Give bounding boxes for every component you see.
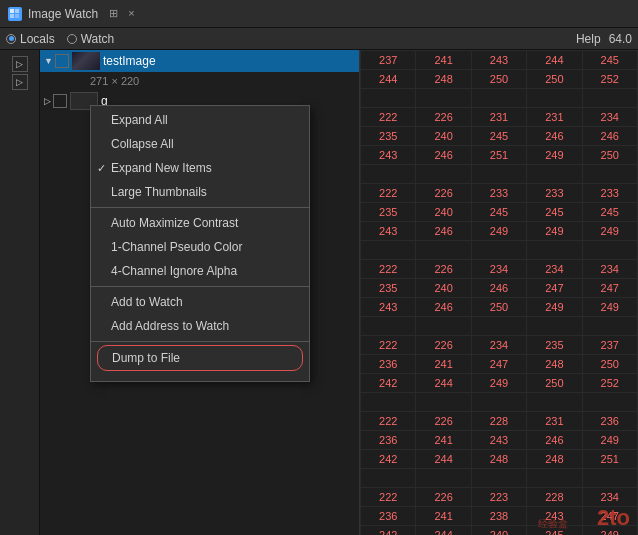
locals-tab[interactable]: Locals (6, 32, 55, 46)
grid-cell: 242 (361, 526, 416, 536)
grid-cell: 222 (361, 260, 416, 279)
grid-cell: 233 (471, 184, 526, 203)
watch-label: Watch (81, 32, 115, 46)
grid-cell: 245 (471, 203, 526, 222)
main-area: ▷ ▷ ▼ testImage 271 × 220 ▷ g Expand All (0, 50, 638, 535)
grid-cell (471, 241, 526, 260)
image-list-panel: ▼ testImage 271 × 220 ▷ g Expand All Col… (40, 50, 360, 535)
grid-cell (361, 165, 416, 184)
grid-cell: 252 (582, 70, 637, 89)
grid-cell: 236 (361, 507, 416, 526)
title-actions: ⊞ × (106, 6, 137, 21)
grid-cell: 234 (582, 108, 637, 127)
pixel-table: 2372412432442452442482502502522222262312… (360, 50, 638, 535)
grid-cell: 243 (471, 431, 526, 450)
menu-auto-maximize[interactable]: Auto Maximize Contrast (91, 211, 309, 235)
checkbox-testimage[interactable] (55, 54, 69, 68)
grid-cell: 245 (582, 51, 637, 70)
watch-radio[interactable] (67, 34, 77, 44)
context-menu: Expand All Collapse All Expand New Items… (90, 105, 310, 382)
grid-cell: 250 (582, 146, 637, 165)
grid-cell: 249 (527, 222, 582, 241)
grid-cell (527, 469, 582, 488)
menu-expand-new-items[interactable]: Expand New Items (91, 156, 309, 180)
grid-cell: 236 (361, 355, 416, 374)
menu-add-to-watch[interactable]: Add to Watch (91, 290, 309, 314)
title-bar: Image Watch ⊞ × (0, 0, 638, 28)
grid-cell (361, 317, 416, 336)
watermark: 2to (597, 505, 630, 531)
grid-cell: 245 (471, 127, 526, 146)
grid-cell: 234 (527, 260, 582, 279)
menu-dump-to-file[interactable]: Dump to File (97, 345, 303, 371)
grid-cell: 243 (361, 298, 416, 317)
grid-cell: 246 (471, 279, 526, 298)
thumb-testimage (72, 52, 100, 70)
grid-cell: 244 (361, 70, 416, 89)
grid-cell: 244 (416, 526, 471, 536)
grid-cell: 226 (416, 412, 471, 431)
grid-cell: 234 (471, 336, 526, 355)
locals-radio[interactable] (6, 34, 16, 44)
expand-arrow-testimage: ▼ (44, 56, 53, 66)
grid-cell: 241 (416, 431, 471, 450)
grid-cell: 246 (582, 127, 637, 146)
grid-cell: 234 (582, 260, 637, 279)
grid-cell (527, 241, 582, 260)
grid-cell (582, 165, 637, 184)
left-panel: ▷ ▷ (0, 50, 40, 535)
grid-cell: 248 (527, 450, 582, 469)
grid-cell (582, 469, 637, 488)
grid-cell: 226 (416, 184, 471, 203)
pin-button[interactable]: ⊞ (106, 6, 121, 21)
expand-arrow-g: ▷ (44, 96, 51, 106)
grid-cell: 246 (416, 146, 471, 165)
grid-cell: 243 (361, 146, 416, 165)
grid-cell: 249 (582, 298, 637, 317)
grid-cell (527, 89, 582, 108)
grid-cell: 243 (361, 222, 416, 241)
grid-cell: 222 (361, 412, 416, 431)
expand-icon[interactable]: ▷ (12, 56, 28, 72)
grid-cell: 228 (471, 412, 526, 431)
expand-icon-2[interactable]: ▷ (12, 74, 28, 90)
close-button[interactable]: × (125, 6, 137, 21)
grid-cell: 244 (416, 374, 471, 393)
list-item-testimage[interactable]: ▼ testImage (40, 50, 359, 72)
locals-label: Locals (20, 32, 55, 46)
grid-cell: 241 (416, 355, 471, 374)
grid-cell: 226 (416, 336, 471, 355)
menu-pseudo-color[interactable]: 1-Channel Pseudo Color (91, 235, 309, 259)
menu-large-thumbnails[interactable]: Large Thumbnails (91, 180, 309, 204)
svg-rect-3 (15, 14, 19, 18)
menu-divider-2 (91, 286, 309, 287)
grid-cell: 235 (527, 336, 582, 355)
menu-expand-all[interactable]: Expand All (91, 108, 309, 132)
grid-cell: 228 (527, 488, 582, 507)
grid-cell: 240 (416, 127, 471, 146)
grid-cell (582, 89, 637, 108)
grid-cell: 234 (582, 488, 637, 507)
grid-cell: 245 (582, 203, 637, 222)
grid-cell: 234 (471, 260, 526, 279)
grid-cell: 242 (361, 374, 416, 393)
grid-cell: 235 (361, 279, 416, 298)
grid-cell: 238 (471, 507, 526, 526)
grid-cell: 249 (527, 146, 582, 165)
testimage-size: 271 × 220 (90, 75, 139, 87)
grid-cell: 242 (361, 450, 416, 469)
grid-cell: 247 (582, 279, 637, 298)
grid-cell (416, 469, 471, 488)
grid-cell: 237 (582, 336, 637, 355)
grid-cell (416, 89, 471, 108)
checkbox-g[interactable] (53, 94, 67, 108)
grid-cell: 246 (416, 298, 471, 317)
menu-ignore-alpha[interactable]: 4-Channel Ignore Alpha (91, 259, 309, 283)
watch-tab[interactable]: Watch (67, 32, 115, 46)
data-grid: 2372412432442452442482502502522222262312… (360, 50, 638, 535)
help-link[interactable]: Help (576, 32, 601, 46)
menu-add-address[interactable]: Add Address to Watch (91, 314, 309, 338)
tab-bar: Locals Watch Help 64.0 (0, 28, 638, 50)
grid-cell (471, 165, 526, 184)
menu-collapse-all[interactable]: Collapse All (91, 132, 309, 156)
